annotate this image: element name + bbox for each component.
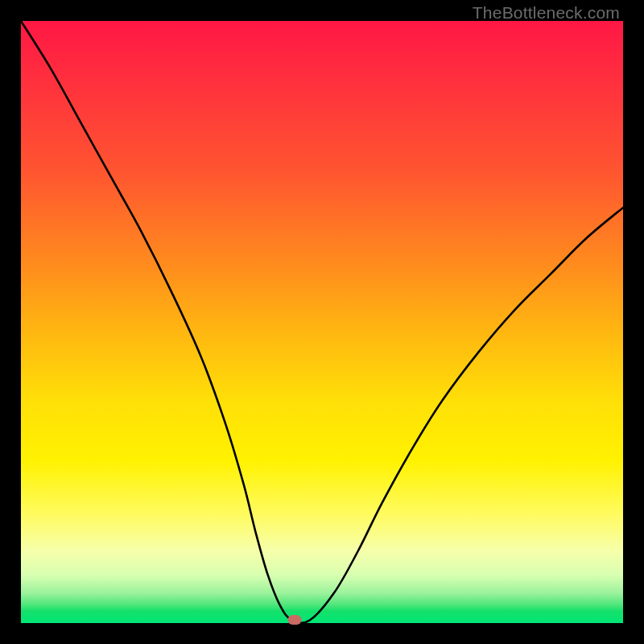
optimal-point-marker (288, 615, 302, 625)
chart-frame: TheBottleneck.com (0, 0, 644, 644)
bottleneck-curve (21, 21, 623, 623)
watermark-text: TheBottleneck.com (473, 3, 620, 23)
plot-area (21, 21, 623, 623)
